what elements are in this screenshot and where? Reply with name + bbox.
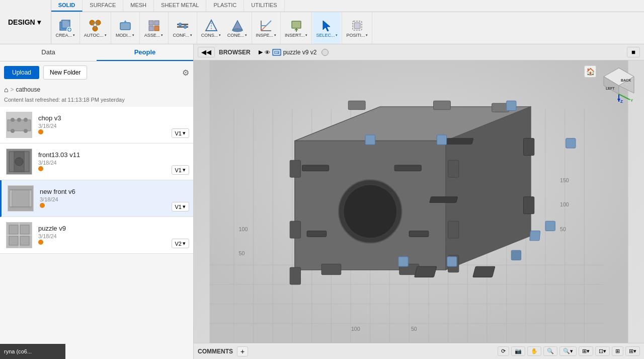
tree-eye-button[interactable]: 👁: [265, 49, 270, 55]
file-thumb-chop: [6, 112, 32, 138]
inspect-icon: [259, 19, 273, 33]
file-list: chop v3 3/18/24 V1 ▾ f: [0, 107, 193, 359]
svg-rect-53: [20, 225, 29, 234]
auto-group: AUTOC... ▾: [80, 12, 111, 44]
tab-data[interactable]: Data: [0, 44, 97, 61]
zoom-button[interactable]: 🔍: [543, 346, 557, 356]
insert-button[interactable]: INSERT... ▾: [282, 12, 310, 44]
svg-rect-18: [149, 26, 153, 31]
auto-button[interactable]: AUTOC... ▾: [81, 12, 110, 44]
tree-icon: [272, 49, 281, 56]
3d-viewport[interactable]: 50 100 50 100 50 100 150: [194, 60, 644, 343]
tab-utilities[interactable]: UTILITIES: [244, 0, 284, 12]
construct-button[interactable]: CONS... ▾: [198, 12, 224, 44]
tab-sheet-metal[interactable]: SHEET METAL: [154, 0, 206, 12]
axis-cube[interactable]: BACK LEFT Z Y: [599, 65, 639, 106]
configure-button[interactable]: CONF... ▾: [170, 12, 196, 44]
collapse-browser-button[interactable]: ◀◀: [198, 47, 215, 57]
modify-button[interactable]: MODI... ▾: [112, 12, 138, 44]
svg-rect-104: [348, 101, 365, 109]
settings-gear-button[interactable]: ⚙: [182, 68, 189, 78]
svg-rect-125: [511, 250, 521, 260]
svg-marker-36: [323, 21, 330, 31]
svg-rect-16: [149, 21, 153, 25]
svg-point-114: [344, 185, 397, 238]
construct-label: CONS... ▾: [201, 33, 221, 38]
file-version-newfront[interactable]: V1 ▾: [172, 202, 189, 211]
tab-solid[interactable]: SOLID: [51, 0, 83, 12]
create-button[interactable]: CREA... ▾: [52, 12, 78, 44]
breadcrumb-current[interactable]: cathouse: [16, 86, 40, 93]
svg-rect-108: [523, 197, 534, 214]
file-item-puzzle[interactable]: puzzle v9 3/18/24 V2 ▾: [0, 217, 193, 254]
grid-button[interactable]: ⊞: [612, 346, 623, 356]
configure-group: CONF... ▾: [169, 12, 197, 44]
file-version-chop[interactable]: V1 ▾: [172, 128, 189, 138]
file-name-front13: front13.03 v11: [38, 151, 187, 159]
tab-people[interactable]: People: [97, 44, 193, 61]
svg-rect-98: [290, 160, 300, 177]
svg-text:Y: Y: [630, 98, 633, 103]
file-version-front13[interactable]: V1 ▾: [172, 165, 189, 175]
position-group: POSITI... ▾: [342, 12, 372, 44]
orbit-button[interactable]: ⟳: [498, 346, 509, 356]
pan-button[interactable]: ✋: [527, 346, 541, 356]
tab-surface[interactable]: SURFACE: [83, 0, 123, 12]
svg-rect-120: [437, 135, 446, 145]
svg-text:150: 150: [560, 177, 569, 183]
svg-rect-33: [292, 21, 301, 28]
tab-plastic[interactable]: PLASTIC: [206, 0, 244, 12]
svg-rect-54: [9, 236, 18, 245]
svg-rect-121: [507, 101, 516, 110]
svg-rect-107: [523, 138, 534, 156]
position-button[interactable]: POSITI... ▾: [343, 12, 371, 44]
file-item-chop[interactable]: chop v3 3/18/24 V1 ▾: [0, 107, 193, 143]
file-item-newfront[interactable]: new front v6 3/18/24 V1 ▾: [0, 180, 193, 217]
file-item-front13[interactable]: front13.03 v11 3/18/24 V1 ▾: [0, 143, 193, 180]
browser-label: BROWSER: [219, 49, 251, 56]
svg-point-22: [179, 23, 182, 26]
svg-rect-100: [290, 267, 300, 284]
tab-mesh[interactable]: MESH: [123, 0, 154, 12]
home-view-button[interactable]: 🏠: [584, 65, 596, 78]
cone-button[interactable]: CONE... ▾: [224, 12, 251, 44]
zoom-dropdown[interactable]: 🔍▾: [559, 346, 577, 356]
file-date-newfront: 3/18/24: [40, 196, 187, 202]
design-button[interactable]: DESIGN ▾: [0, 0, 51, 44]
add-comment-button[interactable]: +: [237, 346, 248, 356]
svg-rect-17: [154, 21, 159, 25]
look-at-button[interactable]: 📷: [511, 346, 525, 356]
svg-point-42: [24, 118, 28, 122]
svg-rect-109: [321, 264, 341, 274]
construct-group: CONS... ▾ CONE... ▾: [197, 12, 252, 44]
insert-label: INSERT... ▾: [285, 33, 307, 38]
file-version-puzzle[interactable]: V2 ▾: [172, 239, 189, 248]
file-name-chop: chop v3: [38, 114, 187, 122]
assemble-icon: [147, 19, 161, 33]
orange-dot-newfront: [40, 203, 45, 208]
svg-text:100: 100: [560, 201, 569, 207]
file-info-front13: front13.03 v11 3/18/24: [38, 151, 187, 173]
grid-svg: 50 100 50 100 50 100 150: [194, 60, 644, 343]
create-arrow: ▾: [73, 33, 75, 37]
svg-rect-122: [566, 138, 576, 148]
svg-point-40: [11, 118, 15, 122]
tree-expand-button[interactable]: ▶: [259, 49, 263, 55]
file-thumb-newfront: [8, 185, 34, 211]
assemble-button[interactable]: ASSE... ▾: [141, 12, 167, 44]
pin-button[interactable]: [321, 49, 329, 56]
auto-icon: [88, 19, 102, 33]
display-mode-button[interactable]: ⊞▾: [579, 346, 593, 356]
view-settings-button[interactable]: ⊞▾: [625, 346, 640, 356]
upload-button[interactable]: Upload: [4, 66, 39, 79]
comments-bar: COMMENTS + ⟳ 📷 ✋ 🔍 🔍▾ ⊞▾ ⊡▾ ⊞ ⊞▾: [194, 343, 644, 359]
visual-style-button[interactable]: ⊡▾: [595, 346, 610, 356]
browser-bar: ◀◀ BROWSER ▶ 👁 puzzle v9 v2 ■: [194, 44, 644, 60]
breadcrumb-home-icon[interactable]: ⌂: [4, 86, 8, 94]
browser-close-button[interactable]: ■: [627, 47, 640, 57]
svg-rect-112: [473, 266, 495, 277]
select-button[interactable]: SELEC... ▾: [313, 12, 341, 44]
inspect-button[interactable]: INSPE... ▾: [253, 12, 280, 44]
new-folder-button[interactable]: New Folder: [43, 65, 87, 80]
select-icon: [320, 19, 334, 33]
